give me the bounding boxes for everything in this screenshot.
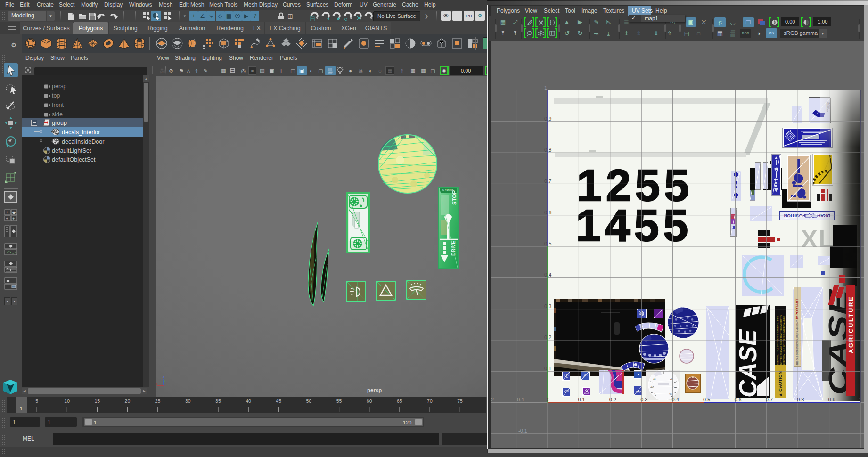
svg-text:+: + <box>12 216 15 221</box>
svg-text:+: + <box>6 210 8 215</box>
svg-text:70: 70 <box>427 398 433 404</box>
svg-text:+: + <box>6 216 8 221</box>
svg-text:y: y <box>164 379 165 383</box>
svg-text:65: 65 <box>397 398 402 404</box>
svg-text:20: 20 <box>125 398 131 404</box>
svg-text:10: 10 <box>64 398 70 404</box>
svg-text:15: 15 <box>94 398 100 404</box>
svg-text:45: 45 <box>276 398 281 404</box>
svg-text:◆: ◆ <box>12 210 16 215</box>
svg-text:50: 50 <box>306 398 312 404</box>
svg-text:5: 5 <box>35 398 38 404</box>
svg-text:x: x <box>156 382 157 385</box>
svg-text:35: 35 <box>215 398 221 404</box>
svg-text:55: 55 <box>336 398 342 404</box>
svg-text:60: 60 <box>367 398 372 404</box>
svg-text:75: 75 <box>457 398 463 404</box>
svg-text:40: 40 <box>246 398 251 404</box>
svg-text:30: 30 <box>185 398 191 404</box>
svg-text:z: z <box>163 375 164 378</box>
svg-text:25: 25 <box>155 398 161 404</box>
svg-text:STOP: STOP <box>451 190 457 205</box>
